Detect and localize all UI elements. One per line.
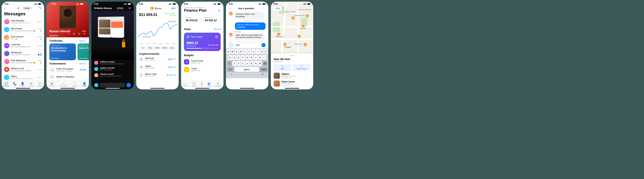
- goal-card[interactable]: Trip to Japan⋯ $890.22 Of $1 900.00 $1 0…: [184, 33, 221, 51]
- map-pin[interactable]: 🍴: [306, 14, 309, 18]
- crypto-row[interactable]: ✕RippleXRP - 25.2%$451.21: [136, 63, 179, 71]
- emoji-icon[interactable]: ☺: [231, 73, 233, 75]
- message-row[interactable]: LBLinks BotYou: www.dribbble.com14:03: [2, 42, 44, 50]
- achievements-header: Achievements: [49, 62, 66, 65]
- tab-discover[interactable]: ◉Discover: [49, 82, 54, 87]
- close-icon[interactable]: ✕: [128, 7, 131, 10]
- add-button[interactable]: +: [229, 43, 233, 47]
- edit-button[interactable]: EDIT: [82, 30, 86, 32]
- restaurant-row[interactable]: HäppiesBreakfast & Brunch8.6 (157) · $: [274, 73, 310, 79]
- tab-messages[interactable]: 💬Messages: [3, 82, 10, 87]
- show-all-link[interactable]: Show all: [214, 28, 221, 30]
- map-pin[interactable]: 🍴: [304, 43, 307, 46]
- certificate-card[interactable]: CERTIFICATE Introduction to Virtual Real…: [49, 44, 76, 60]
- filter-button[interactable]: ⚙Filter: [274, 64, 291, 71]
- wifi-icon: 􀙇: [37, 3, 38, 5]
- map-pin[interactable]: 🍴: [297, 34, 301, 38]
- chat-title: Ask a question: [238, 7, 254, 10]
- map-pin[interactable]: 🍴: [283, 43, 287, 46]
- seg-all[interactable]: All: [14, 7, 23, 10]
- message-row[interactable]: WWhere to eatYou: Reserve good place14:0…: [2, 66, 44, 74]
- video-stage[interactable]: Los Angeles Pop-up Restaurant Tour: [91, 11, 134, 60]
- achievement-row[interactable]: ▭ Middle in Marketing: [46, 73, 89, 80]
- travel-icon: ✈: [184, 67, 189, 72]
- map-pin[interactable]: 🍴: [302, 24, 305, 28]
- achievement-row[interactable]: ▭ Finish VR program10 courses · 3 months…: [46, 66, 89, 73]
- back-button[interactable]: ‹: [229, 7, 230, 10]
- segment-control[interactable]: All Group: [14, 7, 32, 10]
- more-icon[interactable]: ⋯: [215, 35, 218, 38]
- seg-group[interactable]: Group: [23, 7, 32, 10]
- message-input[interactable]: Whe|: [234, 43, 260, 47]
- expenses-card[interactable]: Expenses$4 553.12›: [203, 15, 221, 24]
- tab-profile[interactable]: 👤Profile: [82, 82, 86, 87]
- crypto-header: Cryptocurrencies: [136, 51, 179, 55]
- search-icon[interactable]: ⌕: [4, 6, 6, 10]
- tab-pay[interactable]: $Pay: [201, 82, 203, 87]
- message-row[interactable]: Mia PowellYou: So proud of you dear 🥳14:…: [2, 26, 44, 34]
- period-selector[interactable]: Hour Day Week Month Year: [139, 46, 176, 50]
- space-key[interactable]: space: [234, 67, 259, 72]
- back-button[interactable]: ‹: [139, 7, 140, 10]
- message-row[interactable]: Rob MathiesonYou: Did you jump through 😊…: [2, 58, 44, 66]
- incomes-card[interactable]: Incomes$5 978.22›: [184, 15, 202, 24]
- tab-call[interactable]: 📞Call: [13, 82, 16, 87]
- crypto-row[interactable]: ₿Bitcoin CashBCH +3.21 %$1 127.76: [136, 71, 179, 79]
- see-all-link[interactable]: See All ›: [79, 63, 86, 65]
- message-row[interactable]: WeekendsRob: WHAT!? Awesome14:03: [2, 50, 44, 58]
- comment-list: Addison LarssonAnyone got questions for …: [91, 60, 134, 80]
- send-button[interactable]: ↑: [126, 83, 131, 87]
- crypto-row[interactable]: ◆EthereumETH +14.92 %$852.77: [136, 55, 179, 63]
- tab-exchange[interactable]: ⇆Exchange: [215, 82, 221, 87]
- map-pin[interactable]: 🍴: [291, 16, 295, 20]
- price-chart[interactable]: $ 11 640,72 $ 11 640,72: [136, 19, 179, 42]
- vr-icon: ▭: [49, 67, 55, 72]
- dribbble-screen: 9:41􀙇 Dribbble Meetup 👁 158 ✕ Los Angele…: [91, 2, 134, 89]
- tab-history[interactable]: 🕐History: [192, 82, 196, 87]
- tab-settings[interactable]: ⚙Settings: [37, 82, 42, 87]
- drag-handle[interactable]: [289, 55, 295, 56]
- keyboard[interactable]: QWERTYUIOP ASDFGHJKL ⇧ZXCVBNM⌫ 123spaceL…: [226, 48, 268, 78]
- bitcoin-screen: 9:41􀙇 ‹ ₿Bitcoin BUY $11 654.01 +413,78 …: [136, 2, 179, 89]
- tab-discover[interactable]: ⊞Discover: [28, 82, 34, 87]
- back-button[interactable]: ‹ Back: [273, 7, 282, 11]
- voice-message[interactable]: ▶Sharing DocsTutorial0:12: [234, 41, 256, 42]
- tab-courses[interactable]: ▭My Courses: [60, 82, 67, 87]
- profile-screen: 9:41􀙇 Rowan Heuvel EDIT Disciplines 16 C…: [46, 2, 89, 89]
- tab-plan[interactable]: ▦Plan: [208, 82, 210, 87]
- budgets-header: Budgets: [184, 54, 194, 57]
- certificate-card[interactable]: CERTIFICATE Game D and Co Laura Jonson: [78, 44, 89, 60]
- message-row[interactable]: Kate BrindleyI moved back to NYC, if...N…: [2, 18, 44, 26]
- restaurant-row[interactable]: Flakes CornerFusion, German8.6 (157) · $: [274, 80, 310, 87]
- page-title: Messages: [2, 11, 44, 18]
- mic-icon[interactable]: 🎤: [261, 73, 264, 75]
- chat-screen: 9:41􀙇 ‹ Ask a question ⋯ character creat…: [226, 2, 268, 89]
- user-message: How can I share my course certificate?: [235, 23, 266, 30]
- comment-row: Agatha ConnollyWow, awesome!: [94, 67, 131, 71]
- return-key[interactable]: Label: [260, 67, 268, 72]
- share-button[interactable]: SHARE: [80, 69, 86, 71]
- hours-button[interactable]: 🕐Open Hours: [293, 64, 310, 71]
- numbers-key[interactable]: 123: [226, 67, 234, 72]
- message-row[interactable]: Eva LazarusYou: 🤟14:03: [2, 34, 44, 42]
- status-time: 9:41: [4, 3, 8, 5]
- tab-home[interactable]: ⌂Home: [183, 82, 187, 87]
- send-button[interactable]: ↑: [262, 43, 266, 47]
- atom-icon: ⚛: [67, 32, 70, 35]
- bottom-sheet[interactable]: Near Me Now Restaurants ⚙Filter 🕐Open Ho…: [271, 53, 313, 89]
- map-screen: BELLAS VISTAS Jardines de Ferraz CUATRO …: [271, 2, 313, 89]
- shift-key[interactable]: ⇧: [227, 61, 232, 66]
- budget-row[interactable]: 🍴Food & Drink$890.00 Left›: [181, 58, 224, 66]
- comment-input[interactable]: [100, 83, 125, 87]
- backspace-key[interactable]: ⌫: [262, 61, 267, 66]
- page-title: Finance Plan: [184, 8, 206, 13]
- compose-icon[interactable]: ✎: [39, 6, 42, 10]
- budget-row[interactable]: ✈Travel$360.00 Left›: [181, 66, 224, 74]
- map-pin[interactable]: 🍴: [277, 32, 280, 36]
- see-all-link[interactable]: See All ›: [79, 40, 86, 42]
- buy-button[interactable]: BUY: [172, 7, 176, 10]
- tab-contacts[interactable]: 👤Contacts: [20, 82, 25, 87]
- refresh-icon[interactable]: ⟳: [218, 9, 221, 12]
- more-icon[interactable]: ⋯: [262, 7, 266, 10]
- tab-wishlist[interactable]: ♡Wishlist: [72, 82, 77, 87]
